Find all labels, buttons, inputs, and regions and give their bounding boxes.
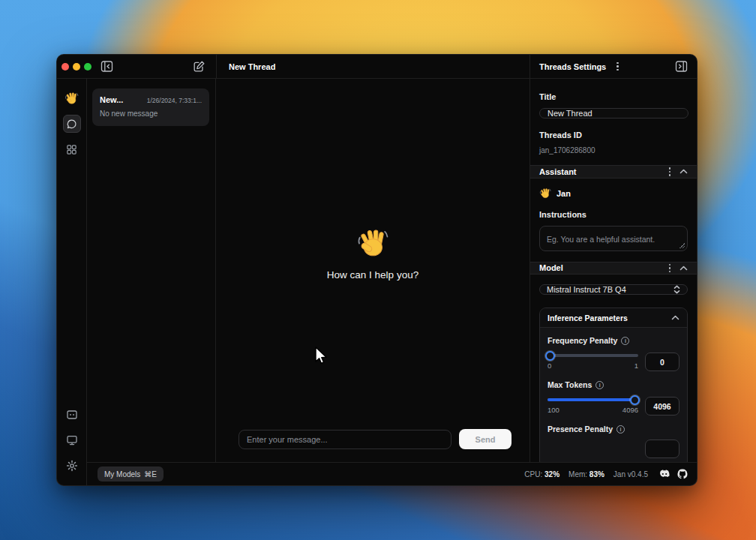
title-label: Title <box>539 92 688 101</box>
send-button[interactable]: Send <box>459 429 512 449</box>
jan-app-window: New Thread Threads Settings <box>56 54 698 486</box>
chevron-up-icon[interactable] <box>671 315 680 320</box>
info-icon[interactable]: i <box>616 425 625 434</box>
frequency-penalty-value[interactable]: 0 <box>645 352 680 371</box>
slider-knob[interactable] <box>630 395 640 405</box>
chevron-up-icon[interactable] <box>680 169 688 174</box>
instructions-textarea[interactable]: Eg. You are a helpful assistant. <box>539 226 688 251</box>
thread-list-item[interactable]: New... 1/26/2024, 7:33:1... No new messa… <box>92 88 209 126</box>
inference-parameters-card: Inference Parameters Frequency Penalty i <box>539 308 688 462</box>
frequency-penalty-param: Frequency Penalty i 0 <box>548 336 680 371</box>
chat-area: How can I help you? Send <box>216 79 530 462</box>
assistant-identity: Jan <box>539 188 688 200</box>
left-ribbon <box>57 79 87 485</box>
frequency-penalty-slider[interactable] <box>548 354 638 357</box>
model-menu-icon[interactable] <box>666 262 674 274</box>
discord-icon[interactable] <box>658 470 670 479</box>
mem-stat: Mem: 83% <box>568 470 604 478</box>
thread-title-input[interactable] <box>539 108 688 118</box>
model-select[interactable]: Mistral Instruct 7B Q4 <box>539 284 688 295</box>
jan-logo-wave-icon <box>63 89 81 107</box>
local-api-server-icon[interactable] <box>63 406 81 424</box>
thread-item-date: 1/26/2024, 7:33:1... <box>147 97 202 104</box>
instructions-placeholder: Eg. You are a helpful assistant. <box>547 235 655 244</box>
select-chevrons-icon <box>674 285 680 294</box>
chat-header: New Thread <box>216 55 530 78</box>
system-monitor-icon[interactable] <box>63 431 81 449</box>
collapse-left-panel-icon[interactable] <box>100 60 113 73</box>
new-thread-compose-icon[interactable] <box>193 60 206 73</box>
message-input[interactable] <box>238 430 452 449</box>
assistant-section-header[interactable]: Assistant <box>530 165 697 178</box>
thread-list: New... 1/26/2024, 7:33:1... No new messa… <box>87 79 216 462</box>
app-version: Jan v0.4.5 <box>614 470 648 478</box>
threads-nav-chat-icon[interactable] <box>63 115 81 133</box>
threads-settings-menu-icon[interactable] <box>614 61 622 73</box>
max-tokens-slider[interactable] <box>548 398 638 401</box>
threads-id-label: Threads ID <box>539 130 688 140</box>
cpu-stat: CPU: 32% <box>524 470 560 478</box>
settings-gear-icon[interactable] <box>63 457 81 475</box>
collapse-right-panel-icon[interactable] <box>675 60 688 73</box>
presence-penalty-param: Presence Penalty i <box>548 424 680 458</box>
my-models-button[interactable]: My Models ⌘E <box>98 466 164 482</box>
zoom-window-button[interactable] <box>84 63 92 70</box>
thread-item-preview: No new message <box>100 110 202 118</box>
presence-penalty-value[interactable] <box>645 440 680 458</box>
threads-settings-panel: Title Threads ID jan_1706286800 Assistan… <box>530 79 697 462</box>
wave-emoji <box>356 227 389 260</box>
my-models-shortcut: ⌘E <box>144 470 157 478</box>
titlebar-left <box>57 55 216 78</box>
max-tokens-param: Max Tokens i 100 <box>548 380 680 416</box>
model-section-header[interactable]: Model <box>530 262 697 275</box>
titlebar: New Thread Threads Settings <box>57 55 697 79</box>
close-window-button[interactable] <box>62 63 69 70</box>
slider-knob[interactable] <box>545 351 555 361</box>
settings-header-title: Threads Settings <box>539 62 606 71</box>
inference-parameters-header[interactable]: Inference Parameters <box>540 308 687 328</box>
chat-header-title: New Thread <box>229 62 275 71</box>
threads-id-value: jan_1706286800 <box>539 146 688 154</box>
thread-item-title: New... <box>100 95 123 104</box>
info-icon[interactable]: i <box>596 381 604 389</box>
settings-header: Threads Settings <box>530 55 697 78</box>
github-icon[interactable] <box>677 469 688 479</box>
max-tokens-value[interactable]: 4096 <box>645 397 680 416</box>
assistant-menu-icon[interactable] <box>666 166 674 178</box>
hub-grid-icon[interactable] <box>63 140 81 158</box>
minimize-window-button[interactable] <box>73 63 80 70</box>
assistant-name: Jan <box>556 189 571 198</box>
resize-grip[interactable] <box>680 243 685 248</box>
traffic-lights <box>62 63 92 70</box>
info-icon[interactable]: i <box>621 337 629 345</box>
assistant-wave-icon <box>539 188 551 200</box>
greeting-text: How can I help you? <box>327 269 418 280</box>
instructions-label: Instructions <box>539 210 688 219</box>
status-bar: My Models ⌘E CPU: 32% Mem: 83% Jan v0.4.… <box>87 462 697 485</box>
chevron-up-icon[interactable] <box>680 266 688 271</box>
